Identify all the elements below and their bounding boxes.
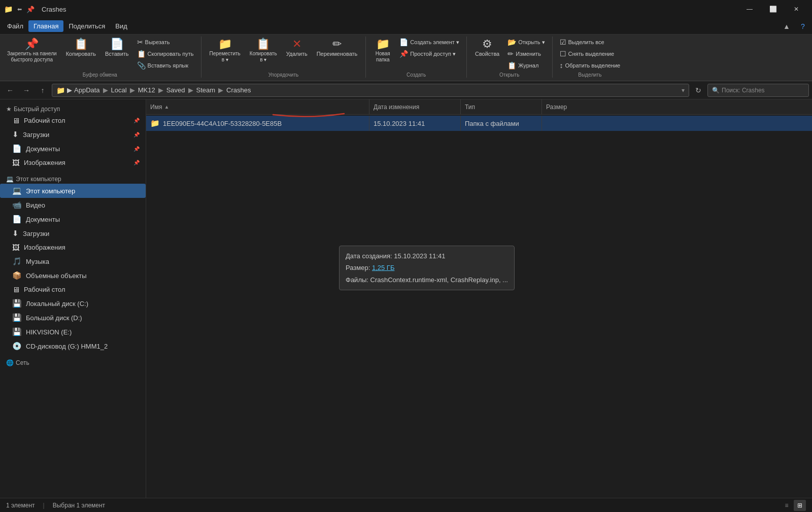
menu-view[interactable]: Вид: [110, 20, 132, 32]
status-count: 1 элемент: [6, 502, 35, 509]
menu-share[interactable]: Поделиться: [63, 20, 110, 32]
network-header[interactable]: 🌐 Сеть: [0, 356, 146, 367]
back-button[interactable]: ←: [3, 83, 17, 97]
search-box[interactable]: 🔍 Поиск: Crashes: [707, 84, 809, 97]
ribbon-paste-button[interactable]: 📄 Вставить: [101, 37, 133, 59]
computer-icon: 💻: [6, 176, 14, 183]
breadcrumb-appdata[interactable]: AppData: [74, 86, 100, 94]
move-icon: 📁: [218, 39, 232, 50]
col-header-date[interactable]: Дата изменения: [369, 99, 461, 114]
refresh-button[interactable]: ↻: [691, 83, 705, 97]
select-label: Выделить: [557, 72, 624, 78]
sidebar-item-drive-e[interactable]: 💾 HIKVISION (E:): [0, 325, 146, 339]
ribbon-new-item-button[interactable]: 📄 Создать элемент ▾: [396, 37, 462, 48]
back-icon: ⬅: [15, 5, 23, 13]
table-row[interactable]: 📁 1EE090E5-44C4A10F-53328280-5E85B 15.10…: [146, 116, 812, 131]
list-view-button[interactable]: ≡: [781, 500, 793, 511]
this-pc-header[interactable]: 💻 Этот компьютер: [0, 173, 146, 184]
ribbon-edit-button[interactable]: ✏ Изменить: [504, 48, 548, 59]
quick-access-header[interactable]: ★ Быстрый доступ: [0, 103, 146, 114]
sidebar-item-this-pc[interactable]: 💻 Этот компьютер: [0, 184, 146, 198]
ribbon-copy-path-button[interactable]: 📋 Скопировать путь: [134, 48, 197, 59]
folder-icon: 📁: [4, 5, 12, 13]
pin-icon: 📌: [25, 39, 39, 50]
breadcrumb-local[interactable]: Local: [111, 86, 127, 94]
sidebar-item-drive-c[interactable]: 💾 Локальный диск (C:): [0, 296, 146, 311]
ribbon-pin-button[interactable]: 📌 Закрепить на панелибыстрого доступа: [3, 37, 61, 65]
ribbon-open-group: ⚙ Свойства 📂 Открыть ▾ ✏ Изменить 📋 Журн…: [471, 37, 553, 78]
ribbon-collapse[interactable]: ▲: [780, 19, 794, 33]
sidebar-item-3dobjects[interactable]: 📦 Объемные объекты: [0, 268, 146, 283]
sidebar-item-downloads-pc[interactable]: ⬇ Загрузки: [0, 226, 146, 241]
up-button[interactable]: ↑: [36, 83, 50, 97]
properties-icon: ⚙: [482, 39, 492, 50]
ribbon-new-content: 📁 Новаяпапка 📄 Создать элемент ▾ 📌 Прост…: [370, 37, 462, 71]
network-icon: 🌐: [6, 359, 14, 366]
ribbon-open-button[interactable]: 📂 Открыть ▾: [504, 37, 548, 48]
col-header-size[interactable]: Размер: [542, 99, 603, 114]
ribbon-invert-select-button[interactable]: ↕ Обратить выделение: [557, 60, 624, 71]
close-button[interactable]: ✕: [785, 0, 808, 18]
downloads-icon: ⬇: [12, 130, 19, 139]
ribbon-deselect-button[interactable]: ☐ Снять выделение: [557, 48, 624, 59]
search-icon: 🔍: [712, 87, 720, 94]
tooltip-files-label: Файлы:: [346, 276, 368, 284]
ribbon-easy-access-button[interactable]: 📌 Простой доступ ▾: [396, 48, 462, 59]
search-placeholder: Поиск: Crashes: [722, 87, 765, 94]
pin-icon: 📌: [26, 5, 35, 13]
deselect-icon: ☐: [560, 50, 566, 58]
ribbon-rename-button[interactable]: ✏ Переименовать: [313, 37, 362, 59]
menu-home[interactable]: Главная: [28, 20, 63, 32]
detail-view-button[interactable]: ⊞: [794, 500, 806, 511]
breadcrumb-mk12[interactable]: MK12: [138, 86, 155, 94]
address-box[interactable]: 📁 ▶ AppData ▶ Local ▶ MK12 ▶ Saved ▶ Ste…: [52, 84, 689, 97]
sidebar-item-documents-pc[interactable]: 📄 Документы: [0, 212, 146, 226]
col-header-name[interactable]: Имя ▲: [146, 99, 369, 114]
delete-icon: ✕: [292, 39, 301, 50]
tooltip-files: Файлы: CrashContext.runtime-xml, CrashRe…: [346, 274, 508, 286]
documents-icon: 📄: [12, 144, 22, 153]
address-bar: ← → ↑ 📁 ▶ AppData ▶ Local ▶ MK12 ▶ Saved…: [0, 81, 812, 99]
ribbon-move-button[interactable]: 📁 Переместитьв ▾: [206, 37, 245, 65]
sidebar-item-desktop-quick[interactable]: 🖥 Рабочий стол 📌: [0, 114, 146, 127]
paste-icon: 📄: [110, 39, 124, 50]
minimize-button[interactable]: —: [738, 0, 761, 18]
ribbon-properties-button[interactable]: ⚙ Свойства: [471, 37, 503, 59]
maximize-button[interactable]: ⬜: [761, 0, 785, 18]
sidebar-item-drive-g[interactable]: 💿 CD-дисковод (G:) HMM1_2: [0, 339, 146, 353]
sidebar-item-music[interactable]: 🎵 Музыка: [0, 254, 146, 268]
ribbon-copy-button[interactable]: 📋 Копировать: [62, 37, 100, 59]
ribbon-delete-button[interactable]: ✕ Удалить: [282, 37, 312, 59]
tooltip-files-value: CrashContext.runtime-xml, CrashReplay.in…: [370, 276, 508, 284]
ribbon-history-button[interactable]: 📋 Журнал: [504, 60, 548, 71]
new-label: Создать: [370, 72, 462, 78]
ribbon-paste-shortcut-button[interactable]: 📎 Вставить ярлык: [134, 60, 197, 71]
forward-button[interactable]: →: [19, 83, 33, 97]
sidebar-item-desktop-pc[interactable]: 🖥 Рабочий стол: [0, 283, 146, 296]
ribbon-cut-button[interactable]: ✂ Вырезать: [134, 37, 197, 48]
menu-file[interactable]: Файл: [2, 20, 28, 32]
col-header-type[interactable]: Тип: [461, 99, 542, 114]
music-icon: 🎵: [12, 257, 22, 266]
sidebar-item-downloads-quick[interactable]: ⬇ Загрузки 📌: [0, 127, 146, 142]
sidebar-item-drive-d[interactable]: 💾 Большой диск (D:): [0, 311, 146, 325]
ribbon-new-folder-button[interactable]: 📁 Новаяпапка: [370, 37, 395, 65]
desktop2-icon: 🖥: [12, 285, 20, 294]
sidebar-item-images-quick[interactable]: 🖼 Изображения 📌: [0, 156, 146, 169]
breadcrumb-crashes[interactable]: Crashes: [226, 86, 251, 94]
drive-g-icon: 💿: [12, 342, 22, 351]
ribbon-open-small: 📂 Открыть ▾ ✏ Изменить 📋 Журнал: [504, 37, 548, 71]
copy-to-icon: 📋: [256, 39, 270, 50]
sidebar-item-images-pc[interactable]: 🖼 Изображения: [0, 241, 146, 254]
invert-select-icon: ↕: [560, 61, 563, 70]
ribbon-select-all-button[interactable]: ☑ Выделить все: [557, 37, 624, 48]
help-button[interactable]: ?: [796, 19, 810, 33]
new-folder-icon: 📁: [376, 39, 390, 50]
breadcrumb-steam[interactable]: Steam: [196, 86, 216, 94]
breadcrumb-saved[interactable]: Saved: [166, 86, 185, 94]
ribbon-copy-to-button[interactable]: 📋 Копироватьв ▾: [246, 37, 281, 65]
sidebar-item-video[interactable]: 📹 Видео: [0, 198, 146, 212]
cut-icon: ✂: [137, 38, 143, 46]
sidebar-item-documents-quick[interactable]: 📄 Документы 📌: [0, 142, 146, 156]
ribbon-new-small: 📄 Создать элемент ▾ 📌 Простой доступ ▾: [396, 37, 462, 59]
